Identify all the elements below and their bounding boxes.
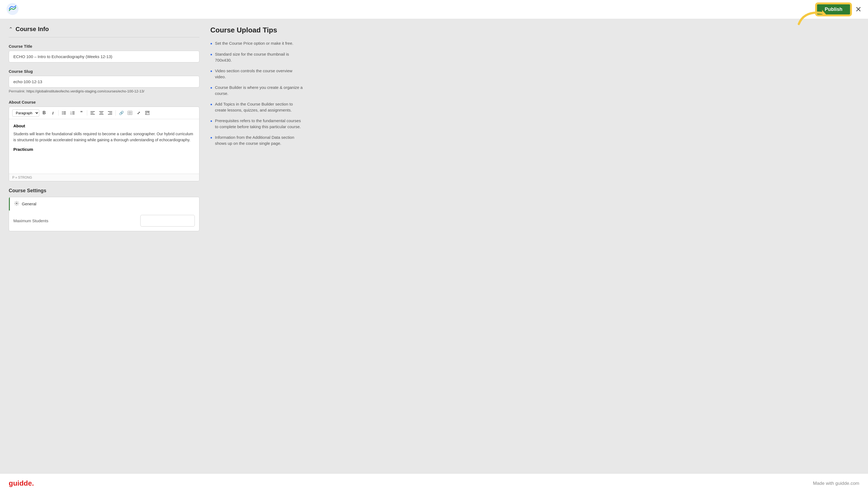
quote-button[interactable]: " — [78, 109, 85, 117]
list-item: • Information from the Additional Data s… — [210, 134, 303, 147]
tip-text-5: Add Topics in the Course Builder section… — [215, 101, 303, 113]
svg-rect-16 — [90, 114, 95, 114]
editor-about-heading: About — [13, 124, 195, 128]
svg-rect-19 — [99, 114, 104, 114]
tip-text-6: Prerequisites refers to the fundamental … — [215, 118, 303, 130]
tips-title: Course Upload Tips — [210, 26, 303, 35]
max-students-input[interactable] — [140, 215, 195, 227]
link-button[interactable]: 🔗 — [117, 109, 125, 117]
max-students-label: Maximum Students — [13, 218, 48, 223]
bullet-icon-6: • — [210, 118, 212, 130]
course-settings-section: Course Settings General Maximum Students — [9, 188, 200, 231]
editor-body[interactable]: About Students will learn the foundation… — [9, 119, 199, 174]
svg-rect-18 — [100, 113, 103, 113]
tip-text-1: Set the Course Price option or make it f… — [215, 40, 293, 47]
tip-text-7: Information from the Additional Data sec… — [215, 134, 303, 147]
editor-toolbar: Paragraph B I 1.2.3. " — [9, 107, 199, 119]
editor-paragraph: Students will learn the foundational ski… — [13, 131, 195, 143]
course-title-input[interactable] — [9, 51, 200, 62]
course-title-field: Course Title — [9, 44, 200, 62]
permalink-prefix: Permalink: — [9, 89, 25, 93]
svg-point-6 — [62, 114, 63, 114]
footer: guidde. Made with guidde.com — [0, 473, 868, 493]
settings-tab-content: Maximum Students — [9, 211, 199, 231]
course-slug-label: Course Slug — [9, 69, 200, 73]
svg-text:3.: 3. — [71, 113, 72, 115]
logo — [6, 3, 19, 16]
right-panel: Course Upload Tips • Set the Course Pric… — [210, 26, 303, 467]
svg-rect-31 — [148, 113, 149, 113]
svg-rect-17 — [99, 111, 104, 112]
permalink-url[interactable]: https://globalinstituteofecho.verdigris-… — [26, 89, 144, 93]
permalink: Permalink: https://globalinstituteofecho… — [9, 89, 200, 93]
about-course-editor: Paragraph B I 1.2.3. " — [9, 107, 200, 181]
left-panel: ⌃ Course Info Course Title Course Slug P… — [9, 26, 200, 467]
bullet-icon-7: • — [210, 134, 212, 147]
bold-button[interactable]: B — [40, 109, 48, 117]
list-item: • Set the Course Price option or make it… — [210, 40, 303, 47]
separator-2 — [87, 110, 87, 115]
bullet-icon-2: • — [210, 51, 212, 64]
list-item: • Standard size for the course thumbnail… — [210, 51, 303, 64]
course-info-title: Course Info — [16, 26, 49, 33]
course-slug-input[interactable] — [9, 76, 200, 88]
editor-statusbar: P » STRONG — [9, 174, 199, 181]
gear-icon — [14, 201, 19, 207]
tip-text-3: Video section controls the course overvi… — [215, 68, 303, 80]
svg-rect-5 — [63, 113, 66, 113]
tip-text-4: Course Builder is where you create & org… — [215, 85, 303, 97]
svg-rect-21 — [109, 113, 112, 113]
footer-logo: guidde. — [9, 479, 34, 488]
separator-3 — [115, 110, 116, 115]
svg-rect-22 — [108, 114, 112, 114]
bullet-icon-1: • — [210, 40, 212, 47]
svg-rect-11 — [72, 113, 75, 113]
source-button[interactable] — [143, 109, 151, 117]
table-button[interactable] — [126, 109, 134, 117]
svg-point-4 — [62, 113, 63, 113]
svg-rect-3 — [63, 111, 66, 112]
publish-button[interactable]: Publish — [816, 3, 851, 15]
course-slug-field: Course Slug Permalink: https://globalins… — [9, 69, 200, 93]
svg-rect-13 — [72, 114, 75, 114]
list-item: • Add Topics in the Course Builder secti… — [210, 101, 303, 113]
svg-rect-15 — [90, 113, 93, 113]
course-settings-title: Course Settings — [9, 188, 200, 194]
bullet-icon-5: • — [210, 101, 212, 113]
svg-point-32 — [16, 203, 18, 204]
topbar: Publish ✕ — [0, 0, 868, 19]
list-item: • Video section controls the course over… — [210, 68, 303, 80]
chevron-up-icon: ⌃ — [9, 26, 13, 32]
italic-button[interactable]: I — [49, 109, 57, 117]
general-tab-label: General — [22, 201, 36, 206]
bullet-icon-4: • — [210, 85, 212, 97]
align-center-button[interactable] — [97, 109, 105, 117]
align-right-button[interactable] — [106, 109, 114, 117]
svg-rect-7 — [63, 114, 66, 114]
close-button[interactable]: ✕ — [855, 6, 862, 13]
paragraph-select[interactable]: Paragraph — [12, 109, 39, 117]
list-item: • Course Builder is where you create & o… — [210, 85, 303, 97]
svg-rect-20 — [108, 111, 112, 112]
footer-made-with: Made with guidde.com — [813, 481, 859, 486]
svg-point-2 — [62, 111, 63, 112]
svg-rect-28 — [146, 113, 147, 113]
svg-rect-30 — [147, 112, 149, 112]
about-course-label: About Course — [9, 100, 200, 104]
list-item: • Prerequisites refers to the fundamenta… — [210, 118, 303, 130]
main-content: ⌃ Course Info Course Title Course Slug P… — [0, 19, 868, 473]
topbar-actions: Publish ✕ — [816, 3, 862, 15]
settings-tabs-container: General Maximum Students — [9, 197, 200, 231]
svg-rect-14 — [90, 111, 95, 112]
svg-rect-29 — [146, 114, 146, 114]
fullscreen-button[interactable]: ⤢ — [135, 109, 142, 117]
align-left-button[interactable] — [89, 109, 96, 117]
general-tab[interactable]: General — [9, 197, 199, 211]
tip-text-2: Standard size for the course thumbnail i… — [215, 51, 303, 64]
tips-list: • Set the Course Price option or make it… — [210, 40, 303, 147]
unordered-list-button[interactable] — [60, 109, 68, 117]
separator-1 — [58, 110, 59, 115]
ordered-list-button[interactable]: 1.2.3. — [69, 109, 76, 117]
course-info-header: ⌃ Course Info — [9, 26, 200, 33]
about-course-field: About Course Paragraph B I 1.2.3. " — [9, 100, 200, 181]
